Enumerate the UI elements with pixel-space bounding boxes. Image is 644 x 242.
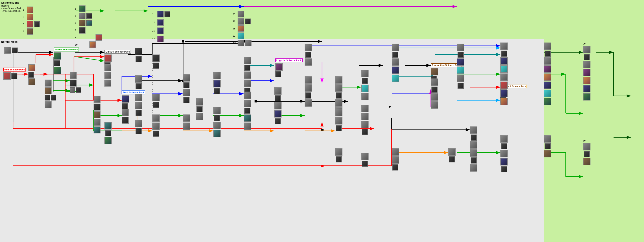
items-mid-col4 bbox=[135, 120, 142, 134]
green-science-group: Green Science Pack bbox=[54, 48, 79, 74]
items-980-col bbox=[213, 72, 220, 94]
military-science-label: Military Science Pack bbox=[104, 50, 131, 54]
items-700-lower2 bbox=[152, 114, 160, 137]
extreme-mode-label: Extreme Mode Require - More Science Pack… bbox=[1, 1, 21, 12]
items-1540-lower bbox=[335, 109, 342, 131]
items-2500-col bbox=[544, 43, 551, 105]
normal-mode-label: Normal Mode bbox=[1, 40, 18, 43]
red-science-label: Red Science Pack bbox=[3, 68, 26, 71]
items-bottom-mid bbox=[335, 148, 342, 162]
items-mid-area bbox=[70, 72, 81, 93]
items-1660-col bbox=[361, 70, 368, 100]
items-1400-col bbox=[304, 44, 312, 66]
items-left-mid bbox=[28, 64, 35, 85]
items-2160-col bbox=[470, 127, 477, 172]
items-bottom-1800 bbox=[392, 148, 399, 171]
items-980-lower bbox=[213, 107, 220, 137]
tech-area-items bbox=[122, 109, 129, 124]
items-1400-lower-col bbox=[304, 76, 312, 107]
extreme-items-1-4: 1 2 3 4 bbox=[23, 7, 40, 35]
items-29-group: 29 bbox=[583, 43, 590, 100]
items-1800-col bbox=[392, 44, 399, 82]
items-840-col bbox=[183, 74, 190, 103]
logistic-science-group: Logistic Science Pack bbox=[275, 58, 303, 77]
extreme-items-18-23: 20 21 18 22 19 23 bbox=[233, 11, 252, 46]
main-canvas: Extreme Mode Require - More Science Pack… bbox=[0, 0, 644, 242]
items-1260-col bbox=[274, 87, 282, 124]
items-2100-col bbox=[457, 44, 464, 89]
items-1120-lower-col bbox=[244, 92, 251, 130]
items-2500-lower bbox=[544, 135, 551, 157]
items-2300-col bbox=[500, 43, 508, 105]
items-mid-col3 bbox=[135, 94, 142, 116]
items-mid-col1 bbox=[135, 48, 142, 62]
items-production-area bbox=[431, 78, 438, 109]
red-science-group: Red Science Pack bbox=[3, 68, 26, 80]
items-700-lower bbox=[152, 94, 160, 108]
items-700-col bbox=[152, 55, 160, 69]
items-2300-lower bbox=[500, 135, 508, 172]
extreme-items-5-10: 5 6 7 8 9 10 bbox=[75, 6, 102, 48]
items-840-lower bbox=[183, 114, 190, 130]
items-900-col bbox=[196, 98, 203, 120]
items-430-area bbox=[94, 96, 100, 134]
items-green-area bbox=[44, 80, 56, 108]
items-mid-col2 bbox=[135, 75, 142, 89]
items-row1 bbox=[4, 47, 18, 54]
items-1120-col bbox=[244, 57, 251, 94]
green-science-label: Green Science Pack bbox=[54, 48, 79, 51]
items-480-lower bbox=[104, 122, 112, 144]
items-bottom-2060 bbox=[448, 148, 456, 162]
items-1660-lower bbox=[361, 105, 368, 135]
extreme-items-11-17: 11 12 15 17 bbox=[152, 11, 170, 42]
logistic-science-label: Logistic Science Pack bbox=[275, 58, 303, 62]
items-30-group: 30 bbox=[583, 140, 590, 165]
items-military-area bbox=[104, 64, 112, 86]
items-bottom-1660 bbox=[361, 153, 368, 167]
